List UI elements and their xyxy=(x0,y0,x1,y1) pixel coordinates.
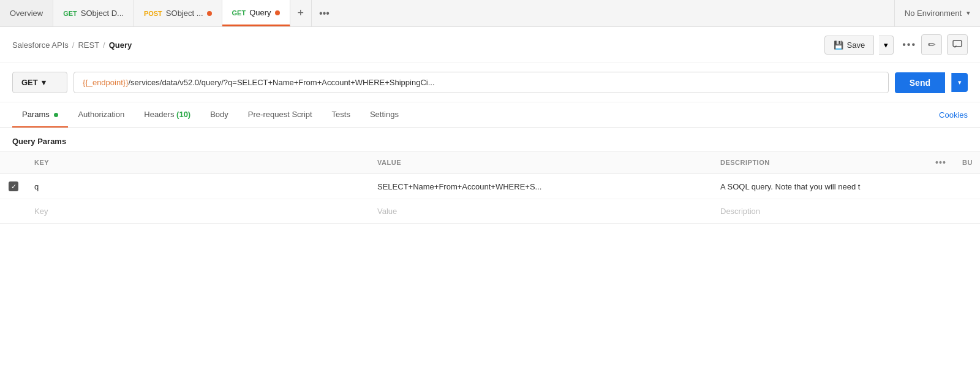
tab-authorization[interactable]: Authorization xyxy=(68,102,134,128)
request-tabs: Params Authorization Headers (10) Body P… xyxy=(0,102,980,128)
save-button[interactable]: 💾 Save xyxy=(824,36,875,55)
tab-method-get-2: GET xyxy=(232,9,246,17)
checkmark-icon: ✓ xyxy=(11,183,17,191)
col-header-bulk: Bu xyxy=(955,151,980,174)
edit-icon: ✏ xyxy=(928,39,936,50)
col-header-check xyxy=(0,151,27,174)
url-template-part: {{_endpoint}} xyxy=(83,78,128,87)
tab-query-label: Query xyxy=(249,8,271,17)
tab-add-button[interactable]: + xyxy=(290,0,312,26)
tab-query[interactable]: GET Query xyxy=(222,0,290,26)
col-header-key: KEY xyxy=(27,151,370,174)
toolbar-more-button[interactable]: ••• xyxy=(902,39,916,50)
placeholder-check-cell xyxy=(0,199,27,224)
send-button[interactable]: Send xyxy=(895,72,945,93)
query-params-section-title: Query Params xyxy=(0,128,980,151)
url-bar: GET ▾ {{_endpoint}}/services/data/v52.0/… xyxy=(0,63,980,102)
row-description-cell[interactable]: A SOQL query. Note that you will need t xyxy=(713,174,928,199)
more-dots: ••• xyxy=(319,8,330,19)
params-table: KEY VALUE DESCRIPTION ••• Bu ✓ q SEL xyxy=(0,151,980,224)
method-selector[interactable]: GET ▾ xyxy=(12,72,67,93)
breadcrumb-sep1: / xyxy=(72,40,75,50)
svg-rect-0 xyxy=(953,40,962,47)
row-checkbox-cell[interactable]: ✓ xyxy=(0,174,27,199)
tab-headers[interactable]: Headers (10) xyxy=(134,102,200,128)
breadcrumb-part2[interactable]: REST xyxy=(78,40,99,50)
method-label: GET xyxy=(21,78,38,87)
headers-badge: (10) xyxy=(176,110,190,119)
tab-dot-query xyxy=(275,10,280,15)
row-checkbox[interactable]: ✓ xyxy=(9,181,18,191)
save-label: Save xyxy=(847,40,865,50)
breadcrumb: Salesforce APIs / REST / Query xyxy=(12,40,132,50)
checkbox-wrap: ✓ xyxy=(7,181,20,191)
row-value-cell[interactable]: SELECT+Name+From+Account+WHERE+S... xyxy=(370,174,713,199)
placeholder-desc-cell[interactable]: Description xyxy=(713,199,928,224)
placeholder-description: Description xyxy=(720,207,760,216)
method-chevron-icon: ▾ xyxy=(42,78,46,87)
send-dropdown-button[interactable]: ▾ xyxy=(951,73,968,92)
url-input[interactable]: {{_endpoint}}/services/data/v52.0/query/… xyxy=(74,72,889,93)
tab-settings[interactable]: Settings xyxy=(360,102,409,128)
tab-prerequest[interactable]: Pre-request Script xyxy=(238,102,322,128)
row-description-value: A SOQL query. Note that you will need t xyxy=(720,182,860,191)
placeholder-value-cell[interactable]: Value xyxy=(370,199,713,224)
save-chevron-icon: ▾ xyxy=(884,40,888,50)
tab-dot-post xyxy=(207,11,212,16)
row-actions-cell xyxy=(928,174,955,199)
row-bulk-cell xyxy=(955,174,980,199)
tab-tests-label: Tests xyxy=(332,110,350,119)
tab-headers-label: Headers xyxy=(144,110,174,119)
tab-body[interactable]: Body xyxy=(200,102,238,128)
breadcrumb-part1[interactable]: Salesforce APIs xyxy=(12,40,69,50)
send-chevron-icon: ▾ xyxy=(958,78,962,86)
placeholder-key: Key xyxy=(34,207,48,216)
table-row: ✓ q SELECT+Name+From+Account+WHERE+S... … xyxy=(0,174,980,199)
col-header-value: VALUE xyxy=(370,151,713,174)
send-label: Send xyxy=(910,78,930,88)
table-placeholder-row: Key Value Description xyxy=(0,199,980,224)
col-actions-dots[interactable]: ••• xyxy=(935,158,946,167)
env-label: No Environment xyxy=(905,9,962,18)
tab-overview[interactable]: Overview xyxy=(0,0,53,26)
env-selector[interactable]: No Environment ▾ xyxy=(894,0,980,26)
tab-tests[interactable]: Tests xyxy=(322,102,360,128)
save-dropdown-button[interactable]: ▾ xyxy=(879,36,894,55)
env-chevron-icon: ▾ xyxy=(967,9,970,17)
params-active-dot xyxy=(54,113,58,117)
table-header-row: KEY VALUE DESCRIPTION ••• Bu xyxy=(0,151,980,174)
edit-button[interactable]: ✏ xyxy=(921,34,942,55)
placeholder-key-cell[interactable]: Key xyxy=(27,199,370,224)
breadcrumb-sep2: / xyxy=(103,40,105,50)
col-header-description: DESCRIPTION xyxy=(713,151,928,174)
tab-body-label: Body xyxy=(210,110,228,119)
placeholder-value: Value xyxy=(377,207,397,216)
save-icon: 💾 xyxy=(834,40,843,50)
placeholder-bulk-cell xyxy=(955,199,980,224)
tab-bar: Overview GET SObject D... POST SObject .… xyxy=(0,0,980,27)
tab-sobject-describe[interactable]: GET SObject D... xyxy=(53,0,134,26)
comment-icon xyxy=(952,40,962,50)
tab-authorization-label: Authorization xyxy=(78,110,124,119)
tab-more-button[interactable]: ••• xyxy=(312,0,337,26)
tab-params[interactable]: Params xyxy=(12,102,68,128)
placeholder-actions-cell xyxy=(928,199,955,224)
title-bar: Salesforce APIs / REST / Query 💾 Save ▾ … xyxy=(0,27,980,63)
comment-button[interactable] xyxy=(947,34,968,55)
tab-method-get-1: GET xyxy=(63,10,77,17)
row-key-value: q xyxy=(34,182,39,191)
tab-sobject-post-label: SObject ... xyxy=(166,9,203,18)
row-value-value: SELECT+Name+From+Account+WHERE+S... xyxy=(377,182,541,191)
col-header-actions: ••• xyxy=(928,151,955,174)
cookies-link[interactable]: Cookies xyxy=(939,103,968,127)
tab-settings-label: Settings xyxy=(370,110,399,119)
row-key-cell[interactable]: q xyxy=(27,174,370,199)
tab-overview-label: Overview xyxy=(10,9,43,18)
tab-params-label: Params xyxy=(22,110,50,119)
tab-sobject-post[interactable]: POST SObject ... xyxy=(134,0,222,26)
title-actions: 💾 Save ▾ ••• ✏ xyxy=(824,34,968,55)
tab-method-post: POST xyxy=(144,10,162,17)
url-path-part: /services/data/v52.0/query/?q=SELECT+Nam… xyxy=(128,78,434,87)
tab-sobject-describe-label: SObject D... xyxy=(81,9,124,18)
tab-prerequest-label: Pre-request Script xyxy=(248,110,312,119)
